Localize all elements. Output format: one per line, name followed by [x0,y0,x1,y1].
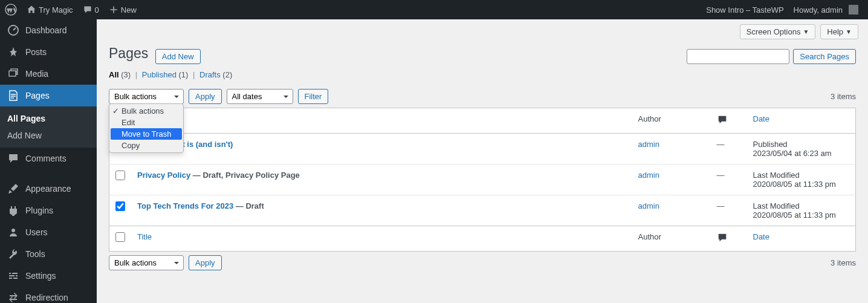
svg-rect-4 [12,273,18,274]
filter-published[interactable]: Published [142,70,177,79]
content: Screen Options ▼ Help ▼ Pages Add New Se… [97,0,868,274]
svg-rect-3 [9,273,11,274]
comments-link[interactable]: 0 [78,0,104,19]
search-input[interactable] [687,49,789,64]
tools-icon [7,248,19,260]
col-title-footer[interactable]: Title [137,232,152,241]
show-intro-link[interactable]: Show Intro – TasteWP [701,0,788,19]
date-filter-select[interactable]: All dates [227,89,293,104]
submenu-add-new[interactable]: Add New [0,127,97,144]
home-link[interactable]: Try Magic [22,0,78,19]
col-date-header[interactable]: Date [753,114,769,123]
sidebar-item-settings[interactable]: Settings [0,265,97,287]
items-count-bottom: 3 items [831,258,856,267]
bulk-opt-edit[interactable]: Edit [109,117,183,128]
col-author-header: Author [638,114,661,123]
sidebar-item-users[interactable]: Users [0,221,97,243]
adminbar: Try Magic 0 New Show Intro – TasteWP How… [0,0,868,19]
sidebar-item-pages[interactable]: Pages [0,85,97,106]
howdy-link[interactable]: Howdy, admin [789,0,863,19]
search-button[interactable]: Search Pages [793,49,856,64]
row-author-link[interactable]: admin [638,201,659,210]
select-all-bottom[interactable] [115,232,125,242]
chevron-down-icon: ▼ [846,28,852,35]
bulk-actions-select[interactable]: Bulk actions [109,89,184,104]
users-icon [7,226,19,238]
settings-icon [7,270,19,282]
bulk-actions-dropdown: Bulk actions Edit Move to Trash Copy [109,103,184,153]
try-magic-label: Try Magic [39,5,73,15]
row-state: — Draft, Privacy Policy Page [190,171,300,180]
submenu-all-pages[interactable]: All Pages [0,110,97,127]
filter-all[interactable]: All [109,70,119,79]
dashboard-icon [7,24,19,36]
sidebar-item-posts[interactable]: Posts [0,41,97,63]
row-comments: — [717,140,725,149]
tablenav-top: Bulk actions Bulk actions Edit Move to T… [109,85,856,108]
row-comments: — [717,171,725,180]
row-state: — Draft [233,201,264,210]
table-row: Privacy Policy — Draft, Privacy Policy P… [109,165,856,195]
sidebar-item-appearance[interactable]: Appearance [0,178,97,200]
apply-button-top[interactable]: Apply [189,89,222,104]
row-date-status: Last Modified [753,201,800,210]
row-date-status: Published [753,140,788,149]
row-title-link[interactable]: Privacy Policy [137,171,190,180]
comment-count: 0 [95,5,99,15]
row-checkbox[interactable] [115,201,125,211]
sidebar-item-dashboard[interactable]: Dashboard [0,19,97,41]
row-date-value: 2023/05/04 at 6:23 am [753,149,832,158]
row-comments: — [717,201,725,210]
filter-button[interactable]: Filter [298,89,329,104]
row-date-value: 2020/08/05 at 11:33 pm [753,210,836,220]
media-icon [7,68,19,80]
tablenav-bottom: Bulk actions Apply 3 items [109,252,856,274]
sidebar-item-plugins[interactable]: Plugins [0,200,97,221]
chevron-down-icon: ▼ [803,28,809,35]
row-author-link[interactable]: admin [638,140,659,149]
add-new-button[interactable]: Add New [155,49,201,64]
svg-rect-5 [9,275,15,276]
pages-table: Title Author Date AI for what it is (and… [109,108,856,252]
bulk-actions-select-bottom[interactable]: Bulk actions [109,255,184,270]
sidebar-item-media[interactable]: Media [0,63,97,85]
svg-rect-6 [16,275,18,276]
status-filters: All (3) | Published (1) | Drafts (2) [109,70,856,79]
comments-icon [717,232,728,243]
page-title: Pages [109,45,148,62]
comment-icon [7,152,19,165]
items-count-top: 3 items [831,92,856,101]
new-label: New [121,5,137,15]
sidebar-item-redirection[interactable]: Redirection [0,287,97,303]
sidebar-item-tools[interactable]: Tools [0,243,97,265]
comments-icon [717,114,728,125]
svg-point-2 [11,229,15,232]
apply-button-bottom[interactable]: Apply [189,255,222,270]
bulk-opt-move-to-trash[interactable]: Move to Trash [111,128,182,140]
row-title-link[interactable]: Top Tech Trends For 2023 [137,201,233,210]
redirection-icon [7,292,19,303]
col-date-footer[interactable]: Date [753,232,769,241]
pin-icon [7,46,19,58]
pages-submenu: All Pages Add New [0,106,97,148]
table-row: AI for what it is (and isn't)admin—Publi… [109,134,856,165]
plugin-icon [7,204,19,217]
bulk-opt-copy[interactable]: Copy [109,140,183,151]
row-author-link[interactable]: admin [638,171,659,180]
pages-icon [7,90,19,102]
filter-drafts[interactable]: Drafts [199,70,221,79]
row-date-value: 2020/08/05 at 11:33 pm [753,180,836,189]
help-button[interactable]: Help ▼ [820,24,858,39]
avatar [849,5,858,15]
row-date-status: Last Modified [753,171,800,180]
new-link[interactable]: New [104,0,141,19]
sidebar-item-comments[interactable]: Comments [0,148,97,169]
svg-rect-7 [9,278,12,279]
screen-options-button[interactable]: Screen Options ▼ [740,24,816,39]
wp-logo[interactable] [0,0,22,19]
bulk-opt-bulk-actions[interactable]: Bulk actions [109,105,183,117]
admin-sidebar: Dashboard Posts Media Pages All Pages Ad… [0,19,97,303]
row-checkbox[interactable] [115,171,125,180]
table-row: Top Tech Trends For 2023 — Draftadmin—La… [109,195,856,226]
svg-rect-8 [13,278,18,279]
